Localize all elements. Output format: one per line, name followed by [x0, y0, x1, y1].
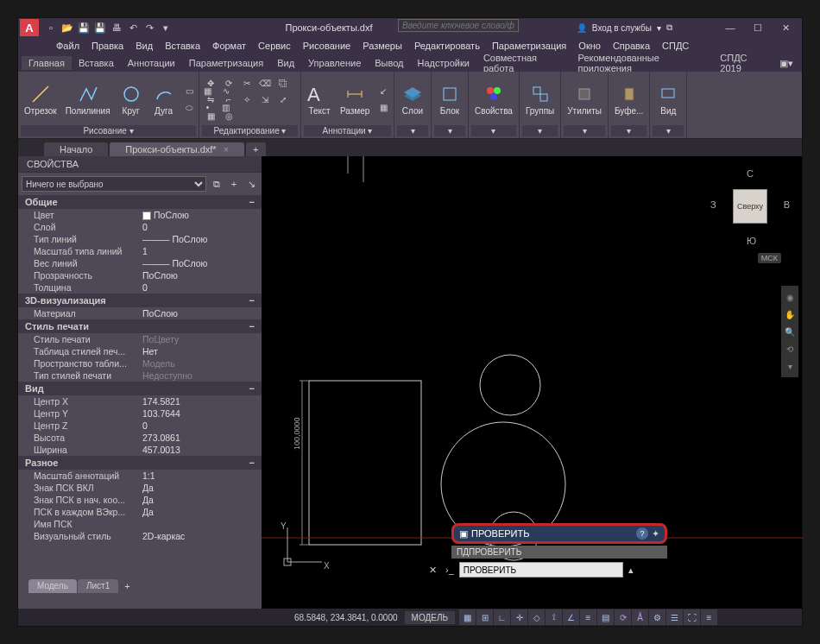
- tab-home[interactable]: Главная: [22, 56, 72, 70]
- snap-icon[interactable]: ⊞: [476, 609, 493, 625]
- qat-redo-icon[interactable]: ↷: [142, 20, 157, 35]
- block-button[interactable]: Блок: [434, 82, 465, 117]
- otrack-icon[interactable]: ∠: [562, 609, 579, 625]
- ws-icon[interactable]: ☰: [665, 609, 683, 625]
- account-label[interactable]: Вход в службы: [592, 23, 652, 33]
- qat-new-icon[interactable]: ▫: [43, 20, 59, 35]
- qat-saveas-icon[interactable]: 💾: [92, 20, 108, 35]
- account-icon[interactable]: 👤: [577, 23, 587, 33]
- tab-add-layout[interactable]: +: [119, 579, 135, 593]
- table-icon[interactable]: ▦: [375, 100, 392, 116]
- text-button[interactable]: AТекст: [304, 82, 335, 117]
- view-button[interactable]: Вид: [653, 82, 684, 117]
- pickadd-icon[interactable]: +: [227, 177, 241, 191]
- prop-row[interactable]: МатериалПоСлою: [18, 307, 262, 319]
- prop-row[interactable]: Тип линий——— ПоСлою: [18, 233, 262, 245]
- menu-format[interactable]: Формат: [207, 39, 251, 53]
- line-button[interactable]: Отрезок: [21, 82, 60, 117]
- explode-icon[interactable]: ✧: [238, 92, 255, 107]
- fillet-icon[interactable]: ⌐: [220, 92, 237, 107]
- menu-tools[interactable]: Сервис: [253, 39, 296, 53]
- nav-orbit-icon[interactable]: ⟲: [781, 341, 798, 357]
- layers-button[interactable]: Слои: [397, 82, 428, 117]
- tab-insert[interactable]: Вставка: [72, 56, 121, 70]
- copy-icon[interactable]: ⿻: [274, 75, 292, 91]
- panel-annot-title[interactable]: Аннотации ▾: [304, 125, 391, 136]
- qat-plot-icon[interactable]: 🖶: [109, 20, 124, 35]
- iso-icon[interactable]: ◇: [527, 609, 545, 625]
- cmd-list-item[interactable]: ПДПРОВЕРИТЬ: [451, 546, 667, 559]
- prop-row[interactable]: Знак ПСК в нач. коо...Да: [18, 494, 262, 506]
- offset-icon[interactable]: ◎: [220, 108, 237, 123]
- scale-icon[interactable]: ⤢: [274, 92, 292, 107]
- tab-addins[interactable]: Надстройки: [411, 56, 476, 70]
- quickselect-icon[interactable]: ⧉: [210, 177, 224, 191]
- prop-row[interactable]: Толщина0: [18, 281, 262, 294]
- props-selector[interactable]: Ничего не выбрано: [22, 176, 206, 192]
- section-head[interactable]: Стиль печати: [18, 319, 262, 333]
- viewcube[interactable]: С Ю З В Сверху: [716, 172, 785, 241]
- doc-tab-start[interactable]: Начало: [44, 142, 108, 156]
- tab-output[interactable]: Вывод: [368, 56, 410, 70]
- mirror-icon[interactable]: ⇋: [202, 92, 219, 107]
- lweight-icon[interactable]: ≡: [579, 609, 596, 625]
- prop-row[interactable]: Тип стилей печатиНедоступно: [18, 369, 262, 382]
- ortho-icon[interactable]: ∟: [493, 609, 510, 625]
- clipboard-button[interactable]: Буфе...: [611, 82, 647, 117]
- prop-row[interactable]: ЦветПоСлою: [18, 209, 262, 221]
- menu-file[interactable]: Файл: [51, 39, 85, 53]
- status-space[interactable]: МОДЕЛЬ: [405, 611, 455, 624]
- prop-row[interactable]: Вес линий——— ПоСлою: [18, 257, 262, 269]
- prop-row[interactable]: Центр X174.5821: [18, 395, 262, 407]
- tab-param[interactable]: Параметризация: [182, 56, 270, 70]
- rotate-icon[interactable]: ⟳: [220, 75, 237, 91]
- groups-button[interactable]: Группы: [522, 82, 558, 117]
- qat-more-icon[interactable]: ▾: [158, 20, 173, 35]
- selectobj-icon[interactable]: ↘: [244, 177, 258, 191]
- customize-icon[interactable]: ≡: [700, 609, 717, 625]
- trim-icon[interactable]: ✂: [238, 75, 255, 91]
- prop-row[interactable]: Ширина457.0013: [18, 444, 262, 456]
- qat-save-icon[interactable]: 💾: [76, 20, 91, 35]
- polyline-button[interactable]: Полилиния: [62, 82, 114, 117]
- help-icon[interactable]: ?: [636, 527, 648, 540]
- cmd-history-icon[interactable]: ▴: [625, 565, 637, 576]
- array-icon[interactable]: ▦: [202, 108, 219, 123]
- transp-icon[interactable]: ▤: [596, 609, 614, 625]
- prop-row[interactable]: ПрозрачностьПоСлою: [18, 269, 262, 281]
- search-input[interactable]: [398, 19, 519, 32]
- doc-tab-active[interactable]: Прокси-объекты.dxf*×: [110, 142, 244, 156]
- drawing-canvas[interactable]: Y X 100,0000 С Ю З В Сверху МСК ◉ ✋ 🔍 ⟲ …: [262, 156, 802, 609]
- app-logo[interactable]: A: [20, 19, 39, 36]
- maximize-button[interactable]: ☐: [745, 21, 771, 35]
- pin-icon[interactable]: ✦: [652, 528, 659, 540]
- prop-row[interactable]: ПСК в каждом ВЭкр...Да: [18, 506, 262, 518]
- tab-annot[interactable]: Аннотации: [121, 56, 182, 70]
- cmd-suggestion[interactable]: ▣ ПРОВЕРИТЬ ? ✦: [451, 523, 667, 544]
- panel-edit-title[interactable]: Редактирование ▾: [202, 125, 298, 136]
- prop-row[interactable]: Визуальный стиль2D-каркас: [18, 530, 262, 542]
- menu-modify[interactable]: Редактировать: [409, 39, 485, 53]
- polar-icon[interactable]: ✛: [510, 609, 527, 625]
- nav-wheel-icon[interactable]: ◉: [781, 289, 798, 305]
- utils-button[interactable]: Утилиты: [564, 82, 605, 117]
- section-head[interactable]: Разное: [18, 456, 262, 470]
- prop-row[interactable]: Пространство табли...Модель: [18, 357, 262, 369]
- minimize-button[interactable]: —: [717, 21, 743, 35]
- stretch-icon[interactable]: ⇲: [256, 92, 274, 107]
- section-head[interactable]: 3D-визуализация: [18, 294, 262, 307]
- prop-row[interactable]: Масштаб аннотаций1:1: [18, 470, 262, 482]
- tab-layout1[interactable]: Лист1: [78, 579, 118, 593]
- ucs-label[interactable]: МСК: [758, 253, 781, 263]
- erase-icon[interactable]: ⌫: [256, 75, 274, 91]
- prop-row[interactable]: Центр Y103.7644: [18, 407, 262, 420]
- command-input[interactable]: [459, 562, 623, 578]
- prop-row[interactable]: Высота273.0861: [18, 432, 262, 444]
- close-button[interactable]: ✕: [773, 21, 798, 35]
- prop-row[interactable]: Имя ПСК: [18, 518, 262, 530]
- viewcube-top[interactable]: Сверху: [733, 189, 767, 224]
- rect-icon[interactable]: ▭: [181, 84, 199, 99]
- cmd-close-icon[interactable]: ✕: [426, 565, 440, 576]
- grid-icon[interactable]: ▦: [458, 609, 476, 625]
- annoscale-icon[interactable]: Å: [631, 609, 648, 625]
